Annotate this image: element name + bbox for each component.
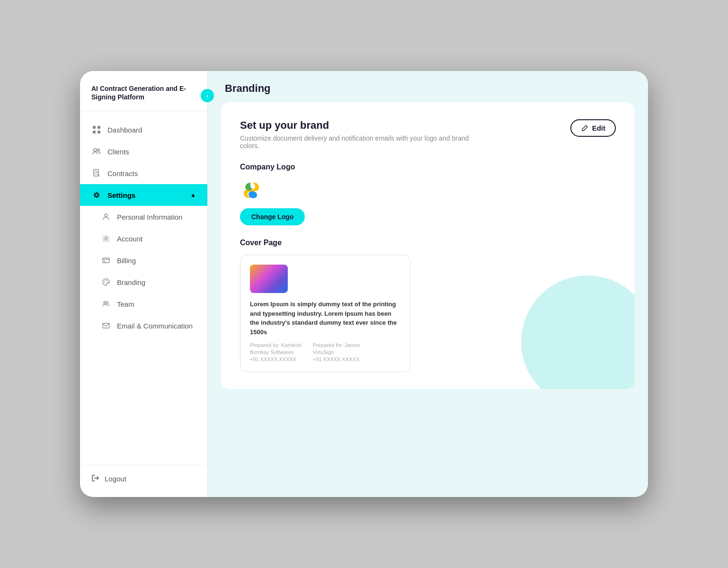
person-icon bbox=[101, 212, 111, 222]
company-logo-label: Company Logo bbox=[240, 163, 616, 171]
sidebar-item-label: Branding bbox=[117, 278, 145, 286]
svg-point-17 bbox=[105, 238, 107, 240]
page-title: Branding bbox=[225, 82, 631, 95]
brand-card: Set up your brand Customize document del… bbox=[221, 102, 635, 389]
contracts-icon bbox=[91, 168, 102, 178]
svg-point-24 bbox=[104, 302, 106, 304]
cover-meta: Prepared by: Kamlesh Bombay Softwares +9… bbox=[250, 342, 400, 362]
svg-rect-2 bbox=[93, 131, 96, 133]
svg-rect-0 bbox=[93, 126, 96, 129]
svg-rect-18 bbox=[103, 258, 109, 263]
svg-point-25 bbox=[107, 302, 108, 303]
logo-section: Company Logo bbox=[240, 163, 616, 225]
settings-icon bbox=[91, 190, 102, 200]
sidebar-item-contracts[interactable]: Contracts bbox=[80, 162, 207, 184]
sidebar-item-label: Account bbox=[117, 235, 142, 243]
sidebar-item-label: Clients bbox=[107, 148, 129, 156]
sidebar-item-settings[interactable]: Settings ▲ bbox=[80, 184, 207, 206]
prepared-for-col: Prepared for: James VirtuSign +91 XXXXX … bbox=[313, 342, 360, 362]
top-bar: Branding bbox=[208, 71, 648, 102]
svg-point-13 bbox=[98, 196, 98, 197]
svg-point-5 bbox=[98, 149, 100, 151]
chevron-up-icon: ▲ bbox=[190, 192, 196, 198]
clients-icon bbox=[91, 146, 102, 157]
logout-icon bbox=[91, 474, 100, 484]
sidebar-collapse-button[interactable]: ‹ bbox=[201, 89, 214, 102]
main-content: Branding Set up your brand Customize doc… bbox=[208, 71, 648, 497]
palette-icon bbox=[101, 277, 111, 287]
company-logo-image bbox=[240, 179, 263, 202]
sidebar-item-label: Dashboard bbox=[107, 126, 142, 134]
svg-point-16 bbox=[105, 214, 107, 217]
billing-icon bbox=[101, 255, 111, 266]
prepared-for-phone: +91 XXXXX XXXXX bbox=[313, 356, 360, 362]
prepared-by-label: Prepared by: Kamlesh bbox=[250, 342, 302, 348]
svg-rect-19 bbox=[104, 261, 105, 262]
svg-rect-3 bbox=[98, 131, 100, 133]
card-title: Set up your brand bbox=[240, 119, 477, 132]
sidebar-nav: Dashboard Clients bbox=[80, 111, 207, 464]
sidebar-item-email[interactable]: Email & Communication bbox=[80, 315, 207, 337]
svg-point-4 bbox=[94, 149, 97, 151]
sidebar-item-label: Contracts bbox=[107, 169, 138, 178]
svg-point-7 bbox=[95, 194, 98, 196]
svg-rect-1 bbox=[98, 126, 100, 129]
app-name: AI Contract Generation and E-Signing Pla… bbox=[91, 84, 196, 101]
svg-point-8 bbox=[96, 192, 97, 193]
svg-point-15 bbox=[98, 193, 98, 194]
svg-point-21 bbox=[105, 280, 106, 281]
sidebar-item-label: Email & Communication bbox=[117, 322, 193, 330]
sidebar-item-dashboard[interactable]: Dashboard bbox=[80, 119, 207, 141]
cover-body-text: Lorem Ipsum is simply dummy text of the … bbox=[250, 300, 400, 337]
edit-button[interactable]: Edit bbox=[570, 119, 616, 137]
prepared-by-col: Prepared by: Kamlesh Bombay Softwares +9… bbox=[250, 342, 302, 362]
chevron-left-icon: ‹ bbox=[206, 92, 208, 99]
sidebar-item-label: Settings bbox=[107, 191, 135, 199]
change-logo-label: Change Logo bbox=[251, 213, 293, 221]
prepared-by-phone: +91 XXXXX XXXXX bbox=[250, 356, 302, 362]
card-header: Set up your brand Customize document del… bbox=[240, 119, 616, 150]
sidebar-footer: Logout bbox=[80, 464, 207, 497]
content-area: Set up your brand Customize document del… bbox=[208, 102, 648, 497]
sidebar-item-clients[interactable]: Clients bbox=[80, 141, 207, 162]
svg-point-11 bbox=[98, 195, 99, 195]
card-subtitle: Customize document delivery and notifica… bbox=[240, 134, 477, 150]
logout-button[interactable]: Logout bbox=[91, 474, 196, 484]
sidebar-logo: AI Contract Generation and E-Signing Pla… bbox=[80, 71, 207, 111]
sidebar-item-team[interactable]: Team bbox=[80, 293, 207, 315]
cover-page-card: Lorem Ipsum is simply dummy text of the … bbox=[240, 255, 410, 372]
mail-icon bbox=[101, 320, 111, 331]
grid-icon bbox=[91, 124, 102, 135]
edit-label: Edit bbox=[592, 124, 605, 132]
gear-icon bbox=[101, 233, 111, 244]
sidebar-item-branding[interactable]: Branding bbox=[80, 271, 207, 293]
svg-point-23 bbox=[107, 282, 108, 283]
svg-point-9 bbox=[96, 197, 97, 198]
svg-point-14 bbox=[94, 196, 95, 197]
team-icon bbox=[101, 299, 111, 309]
change-logo-button[interactable]: Change Logo bbox=[240, 208, 305, 225]
sidebar-item-personal-info[interactable]: Personal Information bbox=[80, 206, 207, 228]
sidebar-item-account[interactable]: Account bbox=[80, 228, 207, 249]
svg-point-20 bbox=[104, 282, 105, 283]
sidebar-item-label: Billing bbox=[117, 257, 136, 265]
sidebar-item-label: Team bbox=[117, 300, 134, 308]
svg-point-12 bbox=[94, 193, 95, 194]
svg-point-10 bbox=[94, 195, 95, 195]
logout-label: Logout bbox=[105, 475, 126, 483]
prepared-for-label: Prepared for: James bbox=[313, 342, 360, 348]
edit-icon bbox=[581, 124, 588, 132]
svg-point-22 bbox=[107, 280, 107, 281]
svg-rect-26 bbox=[103, 323, 109, 328]
card-header-text: Set up your brand Customize document del… bbox=[240, 119, 477, 150]
cover-page-label: Cover Page bbox=[240, 239, 616, 247]
prepared-for-company: VirtuSign bbox=[313, 349, 360, 355]
prepared-by-company: Bombay Softwares bbox=[250, 349, 302, 355]
sidebar-item-billing[interactable]: Billing bbox=[80, 249, 207, 271]
cover-page-image bbox=[250, 265, 288, 293]
sidebar-item-label: Personal Information bbox=[117, 213, 182, 221]
sidebar: AI Contract Generation and E-Signing Pla… bbox=[80, 71, 208, 497]
